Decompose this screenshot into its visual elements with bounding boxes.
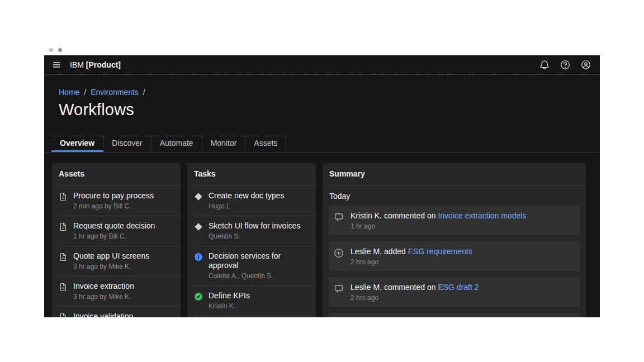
task-item-meta: Colette A., Quentin S. (209, 272, 310, 280)
summary-card: Summary Today Kristin K. commented on In… (323, 163, 586, 317)
app-header: IBM [Product] (44, 55, 600, 75)
task-item-text: Create new doc types Hugo L. (209, 191, 284, 210)
task-item-meta: Hugo L. (209, 202, 284, 210)
hamburger-icon (52, 60, 61, 69)
summary-card-title: Summary (323, 163, 586, 185)
task-item-title: Create new doc types (209, 191, 284, 201)
notifications-button[interactable] (539, 60, 550, 70)
activity-description: Kristin K. commented on (351, 211, 438, 220)
asset-list-item[interactable]: Quote app UI screens 3 hr ago by Mike K. (59, 246, 181, 276)
asset-list-item[interactable]: Invoice extraction 3 hr ago by Mike K. (59, 276, 181, 306)
asset-item-title: Quote app UI screens (73, 251, 149, 261)
task-item-title: Sketch UI flow for invoices (209, 221, 300, 231)
add-circle-icon (334, 248, 344, 258)
comment-icon (334, 284, 344, 294)
breadcrumb-separator: / (84, 88, 86, 97)
page-title: Workflows (59, 100, 600, 119)
asset-item-meta: 2 min ago by Bill C. (73, 202, 154, 210)
document-icon (59, 283, 68, 292)
account-button[interactable] (581, 60, 591, 70)
breadcrumb: Home/Environments/ (59, 88, 600, 97)
brand: IBM [Product] (70, 60, 121, 69)
assets-card-title: Assets (52, 163, 181, 185)
asset-item-title: Invoice extraction (73, 282, 134, 291)
asset-item-meta: 3 hr ago by Mike K. (73, 263, 149, 270)
tab-monitor[interactable]: Monitor (202, 136, 246, 152)
activity-time: 2 hrs ago (351, 294, 479, 302)
diamond-status-icon (194, 192, 203, 201)
activity-time: 2 hrs ago (351, 258, 472, 266)
tab-overview[interactable]: Overview (51, 136, 103, 152)
breadcrumb-separator: / (143, 88, 145, 97)
info-filled-icon (194, 253, 203, 261)
task-item-meta: Kristin K. (209, 302, 250, 310)
task-item-text: Define KPIs Kristin K. (209, 291, 250, 310)
asset-item-meta: 1 hr ago by Bill C. (73, 232, 155, 240)
tab-assets[interactable]: Assets (245, 136, 286, 152)
activity-link[interactable]: ESG draft 2 (438, 283, 479, 292)
asset-item-text: Invoice extraction 3 hr ago by Mike K. (73, 282, 134, 301)
document-icon (59, 253, 68, 261)
asset-list-item[interactable]: Request quote decision 1 hr ago by Bill … (59, 216, 181, 246)
task-item-text: Sketch UI flow for invoices Quentin S. (209, 221, 300, 240)
asset-item-meta: 3 hr ago by Mike K. (73, 293, 134, 301)
help-icon (560, 60, 570, 70)
asset-item-text: Request quote decision 1 hr ago by Bill … (73, 221, 155, 240)
diamond-status-icon (194, 222, 203, 231)
user-avatar-icon (581, 60, 591, 70)
task-list-item[interactable]: Create new doc types Hugo L. (194, 185, 316, 216)
asset-list-item[interactable]: Procure to pay process 2 min ago by Bill… (59, 185, 181, 216)
task-list-item[interactable]: Sketch UI flow for invoices Quentin S. (194, 216, 316, 246)
activity-row: Hugo L. added Colette A. to ESG admins (329, 313, 580, 317)
asset-item-title: Invoice validation (73, 312, 133, 317)
header-actions (539, 60, 591, 70)
task-list-item[interactable]: Generate good receipt (194, 316, 316, 317)
checkmark-filled-icon (194, 292, 203, 301)
tab-list: Overview Discover Automate Monitor Asset… (51, 136, 286, 152)
activity-link[interactable]: Invoice extraction models (438, 211, 526, 220)
activity-link[interactable]: ESG requirements (408, 247, 472, 256)
bell-icon (539, 60, 550, 70)
tab-discover[interactable]: Discover (103, 136, 151, 152)
asset-item-title: Request quote decision (73, 221, 155, 231)
document-icon (59, 313, 68, 317)
activity-row: Leslie M. added ESG requirements 2 hrs a… (329, 241, 580, 272)
activity-text-block: Leslie M. added ESG requirements 2 hrs a… (351, 247, 472, 266)
tasks-card: Tasks Create new doc types Hugo L. Sketc… (187, 163, 316, 317)
tab-bar: Overview Discover Automate Monitor Asset… (44, 136, 600, 153)
activity-description: Leslie M. added (351, 247, 408, 256)
task-item-text: Decision services for approval Colette A… (209, 251, 310, 280)
brand-prefix: IBM (70, 60, 86, 69)
asset-item-text: Procure to pay process 2 min ago by Bill… (73, 191, 154, 210)
tab-automate[interactable]: Automate (151, 136, 202, 152)
help-button[interactable] (560, 60, 570, 70)
activity-text: Leslie M. commented on ESG draft 2 (351, 283, 479, 292)
tasks-card-title: Tasks (187, 163, 316, 185)
assets-card: Assets Procure to pay process 2 min ago … (52, 163, 181, 317)
window-dot (58, 48, 62, 52)
breadcrumb-environments[interactable]: Environments (91, 88, 139, 97)
window-dot (49, 48, 53, 52)
activity-row: Leslie M. commented on ESG draft 2 2 hrs… (329, 277, 580, 307)
asset-list-item[interactable]: Invoice validation (59, 306, 181, 317)
task-list-item[interactable]: Define KPIs Kristin K. (194, 285, 316, 316)
activity-text: Leslie M. added ESG requirements (351, 247, 472, 256)
window-chrome (44, 44, 600, 55)
activity-row: Kristin K. commented on Invoice extracti… (329, 206, 580, 236)
brand-product: [Product] (86, 60, 121, 69)
task-item-meta: Quentin S. (209, 232, 300, 240)
breadcrumb-home[interactable]: Home (59, 88, 79, 97)
activity-text: Kristin K. commented on Invoice extracti… (351, 211, 526, 220)
activity-text-block: Kristin K. commented on Invoice extracti… (351, 211, 526, 230)
summary-section-label: Today (323, 186, 586, 206)
task-list-item[interactable]: Decision services for approval Colette A… (194, 246, 316, 285)
content-area: Assets Procure to pay process 2 min ago … (44, 153, 600, 317)
app-window: IBM [Product] Home/Environments/ Workf (44, 44, 600, 317)
task-item-title: Decision services for approval (209, 251, 310, 270)
document-icon (59, 222, 68, 231)
asset-item-text: Invoice validation (73, 312, 133, 317)
document-icon (59, 192, 68, 201)
menu-button[interactable] (51, 60, 61, 70)
asset-item-text: Quote app UI screens 3 hr ago by Mike K. (73, 251, 149, 270)
activity-time: 1 hr ago (351, 222, 526, 230)
